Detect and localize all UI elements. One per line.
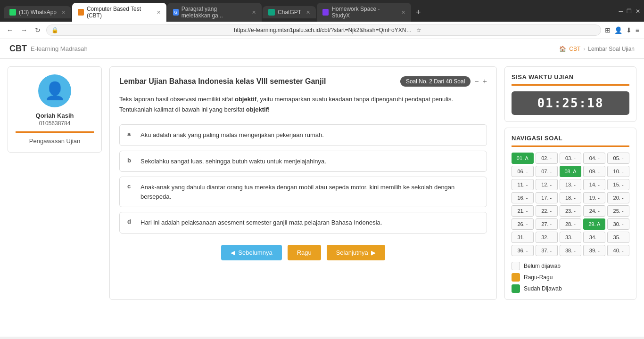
reload-button[interactable]: ↻ (33, 25, 42, 35)
avatar: 👤 (38, 74, 71, 107)
soal-btn-01[interactable]: 01. A (512, 153, 534, 164)
page-header: CBT E-learning Madrasah 🏠 CBT › Lembar S… (0, 39, 644, 59)
soal-btn-25[interactable]: 25. - (607, 205, 629, 217)
download-icon[interactable]: ⬇ (626, 26, 632, 34)
tab-chatgpt-close[interactable]: ✕ (306, 9, 310, 16)
tab-whatsapp-close[interactable]: ✕ (61, 9, 66, 16)
legend-ragu-label: Ragu-Ragu (524, 274, 553, 281)
soal-btn-02[interactable]: 02. - (536, 153, 558, 164)
window-restore[interactable]: ❐ (627, 8, 632, 15)
answer-options: a Aku adalah anak yang paling malas meng… (119, 124, 487, 234)
tab-window-controls: ─ ❐ ✕ (619, 8, 640, 16)
breadcrumb-home-icon: 🏠 (559, 46, 566, 52)
soal-btn-28[interactable]: 28. - (560, 218, 582, 230)
expand-exam-btn[interactable]: + (483, 77, 487, 86)
address-text: https://e-learning.mtsn1palu.sch.id/cbt/… (234, 27, 413, 33)
soal-btn-23[interactable]: 23. - (560, 205, 582, 217)
tab-whatsapp[interactable]: (13) WhatsApp ✕ (4, 6, 71, 18)
soal-btn-38[interactable]: 38. - (560, 245, 582, 256)
tab-cbt-close[interactable]: ✕ (157, 9, 161, 16)
soal-btn-12[interactable]: 12. - (536, 179, 558, 190)
prev-button[interactable]: ◀ Sebelumnya (221, 245, 281, 260)
soal-btn-29[interactable]: 29. A (583, 218, 605, 230)
soal-btn-39[interactable]: 39. - (583, 245, 605, 256)
sidebar: 👤 Qoriah Kasih 0105638784 Pengawasan Uji… (8, 66, 102, 300)
soal-btn-09[interactable]: 09. - (583, 166, 605, 177)
soal-btn-15[interactable]: 15. - (607, 179, 629, 190)
soal-btn-30[interactable]: 30. - (607, 218, 629, 230)
ragu-button[interactable]: Ragu (288, 245, 321, 260)
tab-chatgpt[interactable]: ChatGPT ✕ (263, 6, 316, 18)
tab-studyx[interactable]: Homework Space - StudyX ✕ (317, 3, 411, 22)
soal-nav-card: NAVIGASI SOAL 01. A02. -03. -04. -05. -0… (504, 128, 636, 300)
elearn-label: E-learning Madrasah (31, 45, 88, 52)
profile-name: Qoriah Kasih (16, 112, 94, 119)
next-button[interactable]: Selanjutnya ▶ (327, 245, 385, 260)
soal-btn-19[interactable]: 19. - (583, 192, 605, 203)
soal-btn-32[interactable]: 32. - (536, 232, 558, 243)
bold-word-2: objektif (246, 106, 268, 113)
soal-btn-05[interactable]: 05. - (607, 153, 629, 164)
soal-btn-35[interactable]: 35. - (607, 232, 629, 243)
window-minimize[interactable]: ─ (619, 8, 623, 15)
extensions-icon[interactable]: ⊞ (605, 26, 611, 34)
soal-btn-18[interactable]: 18. - (560, 192, 582, 203)
menu-icon[interactable]: ≡ (636, 26, 639, 34)
soal-btn-10[interactable]: 10. - (607, 166, 629, 177)
back-button[interactable]: ← (5, 25, 15, 35)
option-c[interactable]: c Anak-anak yang dahulu diantar orang tu… (119, 177, 487, 207)
new-tab-button[interactable]: + (412, 6, 425, 19)
soal-btn-31[interactable]: 31. - (512, 232, 534, 243)
breadcrumb-cbt-link[interactable]: CBT (569, 46, 580, 52)
option-b-letter: b (127, 157, 135, 164)
soal-btn-20[interactable]: 20. - (607, 192, 629, 203)
soal-btn-14[interactable]: 14. - (583, 179, 605, 190)
soal-btn-22[interactable]: 22. - (536, 205, 558, 217)
soal-btn-24[interactable]: 24. - (583, 205, 605, 217)
soal-btn-17[interactable]: 17. - (536, 192, 558, 203)
tab-studyx-close[interactable]: ✕ (401, 9, 405, 16)
soal-btn-21[interactable]: 21. - (512, 205, 534, 217)
tab-paragraf[interactable]: G Paragraf yang meletakkan ga... ✕ (167, 3, 262, 22)
timer-display: 01:25:18 (512, 91, 629, 115)
option-b[interactable]: b Sekolahku sangat luas, sehingga butuh … (119, 151, 487, 172)
exam-header: Lembar Ujian Bahasa Indonesia kelas VIII… (119, 76, 487, 87)
pengawasan-label: Pengawasan Ujian (16, 137, 94, 145)
breadcrumb: 🏠 CBT › Lembar Soal Ujian (559, 46, 635, 52)
cbt-favicon (78, 9, 84, 16)
profile-icon[interactable]: 👤 (614, 26, 622, 34)
tab-cbt[interactable]: Computer Based Test (CBT) ✕ (72, 3, 166, 22)
timer-title: SISA WAKTU UJIAN (512, 73, 629, 86)
option-a[interactable]: a Aku adalah anak yang paling malas meng… (119, 124, 487, 146)
soal-btn-13[interactable]: 13. - (560, 179, 582, 190)
minimize-exam-btn[interactable]: − (474, 77, 479, 86)
prev-label: Sebelumnya (238, 249, 272, 256)
soal-btn-06[interactable]: 06. - (512, 166, 534, 177)
soal-btn-03[interactable]: 03. - (560, 153, 582, 164)
avatar-icon: 👤 (44, 81, 66, 101)
soal-badge: Soal No. 2 Dari 40 Soal (400, 76, 471, 87)
option-d[interactable]: d Hari ini adalah pelaksanaan asesment s… (119, 212, 487, 234)
soal-btn-07[interactable]: 07. - (536, 166, 558, 177)
tab-cbt-label: Computer Based Test (CBT) (87, 6, 152, 19)
soal-btn-16[interactable]: 16. - (512, 192, 534, 203)
soal-btn-08[interactable]: 08. A (560, 166, 582, 177)
soal-btn-26[interactable]: 26. - (512, 218, 534, 230)
tab-paragraf-close[interactable]: ✕ (252, 9, 256, 16)
page-body: 👤 Qoriah Kasih 0105638784 Pengawasan Uji… (0, 59, 644, 307)
soal-btn-04[interactable]: 04. - (583, 153, 605, 164)
address-bar[interactable]: 🔒 https://e-learning.mtsn1palu.sch.id/cb… (46, 24, 601, 36)
soal-btn-27[interactable]: 27. - (536, 218, 558, 230)
soal-btn-36[interactable]: 36. - (512, 245, 534, 256)
sidebar-divider (16, 131, 94, 133)
profile-card: 👤 Qoriah Kasih 0105638784 Pengawasan Uji… (8, 66, 102, 153)
forward-button[interactable]: → (19, 25, 29, 35)
window-close[interactable]: ✕ (636, 8, 640, 15)
soal-btn-33[interactable]: 33. - (560, 232, 582, 243)
soal-btn-40[interactable]: 40. - (607, 245, 629, 256)
soal-btn-34[interactable]: 34. - (583, 232, 605, 243)
soal-btn-11[interactable]: 11. - (512, 179, 534, 190)
timer-card: SISA WAKTU UJIAN 01:25:18 (504, 66, 636, 122)
soal-btn-37[interactable]: 37. - (536, 245, 558, 256)
exam-title: Lembar Ujian Bahasa Indonesia kelas VIII… (119, 77, 326, 86)
